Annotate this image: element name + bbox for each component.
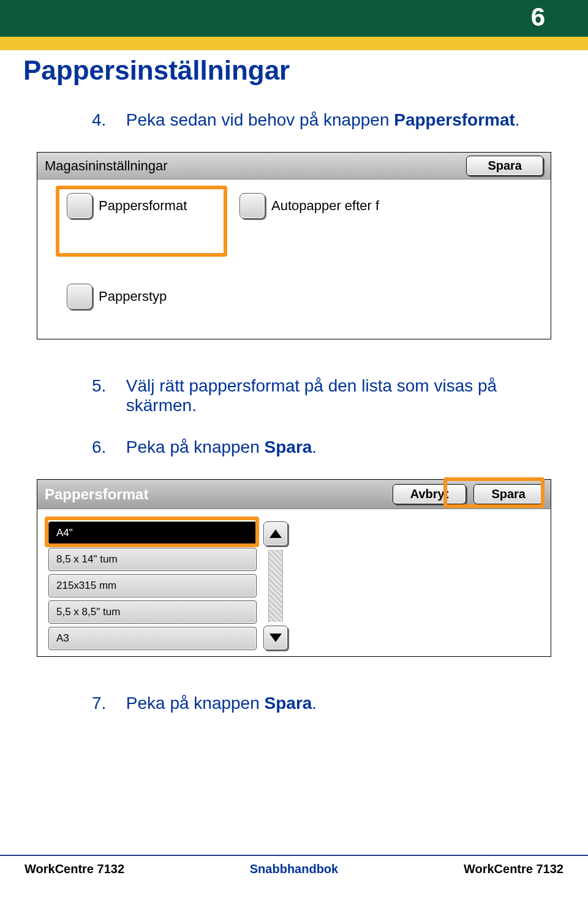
list-item[interactable]: A3 [48,627,257,650]
panel-body: Pappersformat Autopapper efter f Pappers… [37,180,551,339]
format-listbox: A4" 8,5 x 14" tum 215x315 mm 5,5 x 8,5" … [48,521,257,653]
save-button[interactable]: Spara [466,156,543,176]
cancel-button[interactable]: Avbryt [393,484,467,504]
paper-type-label: Papperstyp [99,289,167,305]
list-item[interactable]: 8,5 x 14" tum [48,548,257,571]
paper-format-label: Pappersformat [99,198,187,214]
panel-body: A4" 8,5 x 14" tum 215x315 mm 5,5 x 8,5" … [37,509,551,656]
step-suffix: . [312,437,317,456]
panel-titlebar: Magasininställningar Spara [37,153,551,180]
paper-format-chip[interactable] [67,193,92,219]
auto-paper-chip[interactable] [239,193,265,219]
footer-left: WorkCentre 7132 [24,862,124,876]
scroll-column [262,521,290,650]
panel-titlebar: Pappersformat Avbryt Spara [37,480,551,509]
chevron-down-icon [270,634,282,642]
settings-panel: Magasininställningar Spara Pappersformat… [37,152,551,339]
step-number: 7. [92,694,121,713]
accent-bar [0,37,588,50]
step-text: Välj rätt pappersformat på den lista som… [126,376,506,415]
step-text: Peka på knappen [126,437,265,456]
step-number: 5. [92,376,121,396]
step-bold: Pappersformat [394,110,515,129]
instruction-6: 6. Peka på knappen Spara. [92,437,521,457]
page-title: Pappersinställningar [23,55,588,86]
footer-center: Snabbhandbok [250,862,338,876]
step-number: 6. [92,437,121,457]
step-suffix: . [515,110,520,129]
step-number: 4. [92,110,121,130]
header-bar: 6 [0,0,588,37]
chevron-up-icon [270,529,282,538]
list-item[interactable]: A4" [48,521,257,545]
scroll-track[interactable] [268,550,283,622]
panel-title: Magasininställningar [45,158,168,174]
paper-type-chip[interactable] [67,284,92,309]
step-bold: Spara [265,437,312,456]
step-text: Peka på knappen [126,694,265,713]
panel-title: Pappersformat [45,486,148,503]
footer: WorkCentre 7132 Snabbhandbok WorkCentre … [0,855,588,876]
list-item[interactable]: 5,5 x 8,5" tum [48,600,257,624]
scroll-down-button[interactable] [263,626,288,650]
page-number: 6 [531,2,545,32]
list-item[interactable]: 215x315 mm [48,574,257,597]
scroll-up-button[interactable] [263,521,288,546]
step-text: Peka sedan vid behov på knappen [126,110,394,129]
save-button[interactable]: Spara [473,484,543,504]
instruction-4: 4. Peka sedan vid behov på knappen Pappe… [92,110,521,130]
footer-right: WorkCentre 7132 [464,862,564,876]
step-suffix: . [312,694,317,713]
auto-paper-label: Autopapper efter f [271,198,379,214]
instruction-7: 7. Peka på knappen Spara. [92,694,521,713]
format-panel: Pappersformat Avbryt Spara A4" 8,5 x 14"… [37,479,551,657]
instruction-5: 5. Välj rätt pappersformat på den lista … [92,376,521,415]
step-bold: Spara [265,694,312,713]
